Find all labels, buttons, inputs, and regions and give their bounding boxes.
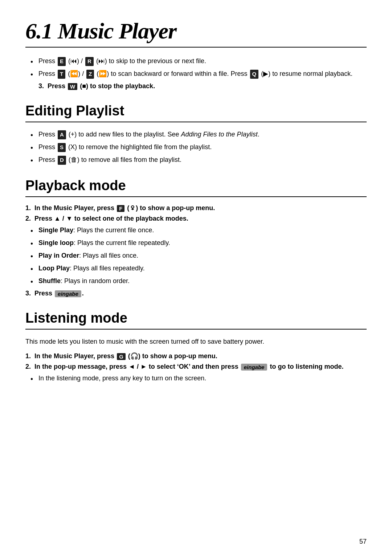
key-g: G <box>117 353 126 360</box>
editing-playlist-title: Editing Playlist <box>25 103 367 119</box>
key-t: T <box>58 70 65 79</box>
eingabe-badge-2: eingabe <box>241 364 268 371</box>
list-item: Shuffle: Plays in random order. <box>25 276 367 286</box>
key-w: W <box>68 83 77 90</box>
playback-mode-title: Playback mode <box>25 178 367 193</box>
list-item: Play in Order: Plays all files once. <box>25 251 367 261</box>
listening-step-1: 1. In the Music Player, press G (🎧) to s… <box>25 352 367 360</box>
listening-mode-divider <box>25 329 367 330</box>
key-e: E <box>58 57 66 66</box>
intro-list: Press E (⏮) / R (⏭) to skip to the previ… <box>25 56 367 79</box>
list-item: Press T (⏪) / Z (⏩) to scan backward or … <box>25 69 367 79</box>
playback-step-3: 3. Press eingabe. <box>25 290 367 297</box>
eingabe-badge-1: eingabe <box>55 290 81 297</box>
list-item: In the listening mode, press any key to … <box>25 373 367 383</box>
key-z: Z <box>86 70 94 79</box>
listening-mode-list: In the listening mode, press any key to … <box>25 373 367 383</box>
stop-playback-item: 3. Press W (■) to stop the playback. <box>25 82 367 90</box>
playback-modes-list: Single Play: Plays the current file once… <box>25 225 367 286</box>
list-item: Press E (⏮) / R (⏭) to skip to the previ… <box>25 56 367 66</box>
playback-mode-divider <box>25 196 367 197</box>
listening-step-2: 2. In the pop-up message, press ◄ / ► to… <box>25 363 367 371</box>
title-divider <box>25 47 367 48</box>
key-r: R <box>85 57 94 66</box>
listening-mode-intro: This mode lets you listen to music with … <box>25 337 367 347</box>
playback-step-2: 2. Press ▲ / ▼ to select one of the play… <box>25 215 367 222</box>
playback-step-1: 1. In the Music Player, press F (⯱) to s… <box>25 204 367 212</box>
key-a: A <box>58 130 66 139</box>
key-q: Q <box>250 70 259 79</box>
page-container: 6.1 Music Player Press E (⏮) / R (⏭) to … <box>25 18 367 383</box>
list-item: Press D (🗑) to remove all files from the… <box>25 155 367 165</box>
list-item: Single loop: Plays the current file repe… <box>25 238 367 248</box>
list-item: Single Play: Plays the current file once… <box>25 225 367 235</box>
listening-mode-title: Listening mode <box>25 310 367 326</box>
page-title: 6.1 Music Player <box>25 18 367 44</box>
key-s: S <box>58 143 66 152</box>
editing-playlist-list: Press A (+) to add new files to the play… <box>25 130 367 165</box>
key-d: D <box>58 156 66 165</box>
list-item: Loop Play: Plays all files repeatedly. <box>25 263 367 273</box>
page-number: 57 <box>359 538 367 545</box>
key-f: F <box>117 205 124 212</box>
editing-playlist-divider <box>25 122 367 122</box>
list-item: Press S (X) to remove the highlighted fi… <box>25 142 367 152</box>
list-item: Press A (+) to add new files to the play… <box>25 130 367 139</box>
